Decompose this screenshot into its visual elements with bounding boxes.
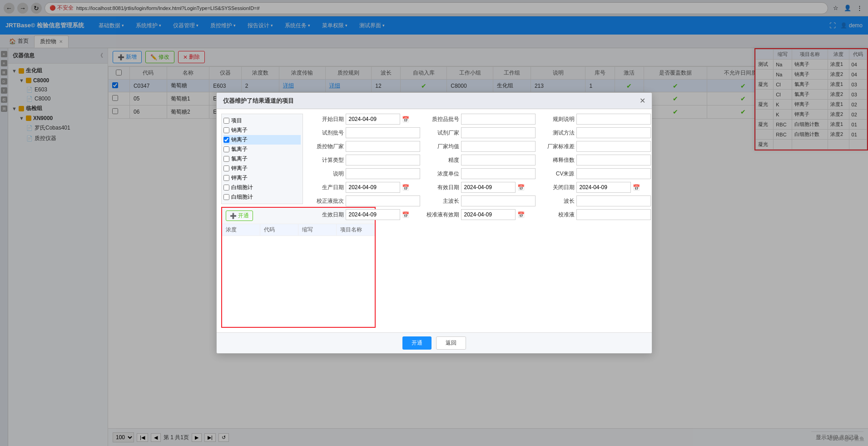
checkbox-k2[interactable] (223, 175, 229, 181)
form-close-date: 关闭日期 📅 (538, 182, 651, 193)
checkbox-cl1[interactable] (223, 146, 229, 152)
modal-dialog: 仪器维护了结果通道的项目 ✕ 项目 钠离子 钠离子 氯 (216, 92, 652, 354)
bio-date-cal-icon[interactable]: 📅 (402, 211, 409, 218)
conc-unit-field[interactable] (461, 168, 536, 179)
checkbox-na1[interactable] (223, 127, 229, 133)
company-std-field[interactable] (576, 141, 651, 152)
form-calib-solution: 校准液 (538, 209, 651, 220)
cb-item-k1[interactable]: 钾离子 (223, 164, 301, 173)
calc-type-field[interactable] (346, 155, 420, 165)
start-date-field[interactable] (346, 114, 400, 125)
prod-date-input: 📅 (346, 182, 409, 193)
modal-header: 仪器维护了结果通道的项目 ✕ (217, 93, 652, 109)
cb-item-na2-selected[interactable]: 钠离子 (223, 135, 301, 145)
reagent-company-field[interactable] (461, 127, 536, 138)
cb-item-cl1[interactable]: 氯离子 (223, 145, 301, 154)
reagent-batch-field[interactable] (346, 127, 420, 138)
checkbox-cl2[interactable] (223, 156, 229, 162)
checkbox-wbc2[interactable] (223, 194, 229, 200)
form-dilution: 稀释倍数 (538, 155, 651, 165)
modal-body: 项目 钠离子 钠离子 氯离子 氯离子 钾离子 (217, 109, 652, 332)
expire-date-input: 📅 (461, 182, 525, 193)
form-calib-batch: 校正液批次 (308, 195, 420, 206)
bio-date-input: 📅 (346, 209, 409, 220)
form-calib-expire: 校准液有效期 📅 (423, 209, 536, 220)
modal-footer: 开通 返回 (217, 332, 652, 353)
checkbox-k1[interactable] (223, 165, 229, 171)
expire-date-field[interactable] (461, 182, 516, 193)
form-wavelength: 波长 (538, 195, 651, 206)
form-expire-date: 有效日期 📅 (423, 182, 536, 193)
prod-date-cal-icon[interactable]: 📅 (402, 184, 409, 191)
expire-date-cal-icon[interactable]: 📅 (517, 184, 525, 191)
close-date-cal-icon[interactable]: 📅 (633, 184, 640, 191)
calib-expire-field[interactable] (461, 209, 516, 220)
modal-open-btn-footer[interactable]: 开通 (402, 336, 432, 350)
form-bio-date: 生效日期 📅 (308, 209, 420, 220)
cb-item-na1[interactable]: 钠离子 (223, 125, 301, 135)
wavelength-field[interactable] (576, 195, 651, 206)
form-reagent-batch: 试剂批号 (308, 127, 420, 138)
checkbox-project[interactable] (223, 118, 229, 124)
qc-company-field[interactable] (346, 141, 420, 152)
form-calc-type: 计算类型 (308, 155, 420, 165)
cb-item-wbc2[interactable]: 白细胞计 (223, 192, 301, 202)
rule-desc-field[interactable] (576, 114, 651, 125)
form-remark: 说明 (308, 168, 420, 179)
plus-icon: ➕ (230, 213, 237, 219)
cb-item-cl2[interactable]: 氯离子 (223, 154, 301, 164)
precision-field[interactable] (461, 155, 536, 165)
checkbox-na2-checked[interactable] (223, 137, 229, 143)
start-date-input: 📅 (346, 114, 409, 125)
start-date-cal-icon[interactable]: 📅 (402, 116, 409, 123)
form-main-wavelength: 主波长 (423, 195, 536, 206)
bio-date-field[interactable] (346, 209, 400, 220)
form-prod-date: 生产日期 📅 (308, 182, 420, 193)
modal-form: 开始日期 📅 质控品批号 规则说明 (308, 114, 651, 328)
company-avg-field[interactable] (461, 141, 536, 152)
cb-item-k2[interactable]: 钾离子 (223, 173, 301, 183)
calib-expire-cal-icon[interactable]: 📅 (517, 211, 525, 218)
modal-open-btn[interactable]: ➕ 开通 (226, 210, 253, 221)
col-conc: 浓度 (222, 224, 260, 236)
calib-expire-input: 📅 (461, 209, 525, 220)
form-cv-source: CV来源 (538, 168, 651, 179)
form-grid: 开始日期 📅 质控品批号 规则说明 (308, 114, 651, 220)
close-date-field[interactable] (576, 182, 631, 193)
test-method-field[interactable] (576, 127, 651, 138)
form-qc-batch: 质控品批号 (423, 114, 536, 125)
col-code-header: 代码 (260, 224, 298, 236)
modal-close-btn[interactable]: ✕ (640, 96, 645, 105)
cb-item-project[interactable]: 项目 (223, 116, 301, 125)
form-company-avg: 厂家均值 (423, 141, 536, 152)
cv-source-field[interactable] (576, 168, 651, 179)
form-test-method: 测试方法 (538, 127, 651, 138)
cb-item-wbc1[interactable]: 白细胞计 (223, 183, 301, 192)
checkbox-wbc1[interactable] (223, 185, 229, 190)
form-reagent-company: 试剂厂家 (423, 127, 536, 138)
modal-overlay[interactable]: 仪器维护了结果通道的项目 ✕ 项目 钠离子 钠离子 氯 (0, 0, 868, 446)
form-conc-unit: 浓度单位 (423, 168, 536, 179)
calib-batch-field[interactable] (346, 195, 420, 206)
qc-batch-field[interactable] (461, 114, 536, 125)
prod-date-field[interactable] (346, 182, 400, 193)
form-qc-company: 质控物厂家 (308, 141, 420, 152)
modal-title: 仪器维护了结果通道的项目 (223, 97, 294, 105)
form-rule-desc: 规则说明 (538, 114, 651, 125)
calib-solution-field[interactable] (576, 209, 651, 220)
remark-field[interactable] (346, 168, 420, 179)
form-start-date: 开始日期 📅 (308, 114, 420, 125)
close-date-input: 📅 (576, 182, 640, 193)
form-company-std: 厂家标准差 (538, 141, 651, 152)
form-precision: 精度 (423, 155, 536, 165)
modal-back-btn[interactable]: 返回 (436, 336, 466, 350)
dilution-field[interactable] (576, 155, 651, 165)
main-wavelength-field[interactable] (461, 195, 536, 206)
